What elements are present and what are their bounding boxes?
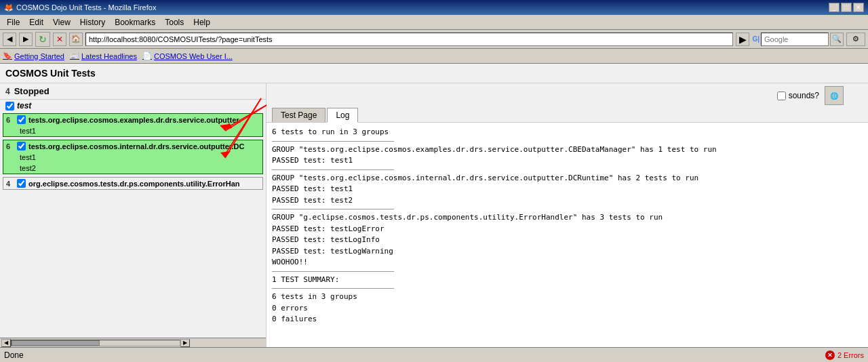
search-area: G| 🔍 <box>752 33 844 46</box>
group-3-name: org.eclipse.cosmos.tests.dr.ps.component… <box>28 180 240 188</box>
hscroll-left[interactable]: ◀ <box>1 339 11 347</box>
menu-edit[interactable]: Edit <box>25 16 47 28</box>
group-2-name: tests.org.eclipse.cosmos.internal.dr.drs… <box>28 142 245 150</box>
status-text: Stopped <box>14 86 50 96</box>
left-panel: 4 Stopped test 6 tests.org.eclipse.cosmo… <box>0 83 267 347</box>
log-line-8: PASSED test: testLogError <box>272 224 863 235</box>
error-text: 2 Errors <box>837 351 864 359</box>
page-area: COSMOS Unit Tests 4 Stopped test 6 tests… <box>0 64 868 347</box>
log-line-13: 1 TEST SUMMARY: <box>272 275 863 286</box>
test-group-2-item-2: test2 <box>3 163 262 174</box>
log-line-0: GROUP "tests.org.eclipse.cosmos.examples… <box>272 144 863 156</box>
main-content: 4 Stopped test 6 tests.org.eclipse.cosmo… <box>0 83 868 347</box>
menu-history[interactable]: History <box>76 16 109 28</box>
error-icon: ✕ <box>825 350 835 360</box>
statusbar: Done ✕ 2 Errors <box>0 347 868 362</box>
search-button[interactable]: 🔍 <box>830 33 844 46</box>
hscroll-container: ◀ ▶ <box>0 338 266 347</box>
sounds-label: sounds? <box>789 91 819 100</box>
hscroll-right[interactable]: ▶ <box>180 339 190 347</box>
page-header: COSMOS Unit Tests <box>0 64 868 83</box>
log-line-9: PASSED test: testLogInfo <box>272 235 863 246</box>
log-line-5: PASSED test: test2 <box>272 195 863 207</box>
minimize-button[interactable]: _ <box>829 3 840 12</box>
address-bar <box>85 33 733 46</box>
group-2-num: 6 <box>6 142 14 150</box>
log-line-15: 6 tests in 3 groups <box>272 291 863 303</box>
cosmos-icon: 🌐 <box>825 86 844 105</box>
test-group-3: 4 org.eclipse.cosmos.tests.dr.ps.compone… <box>3 177 263 190</box>
close-button[interactable]: ✕ <box>853 3 864 12</box>
menu-file[interactable]: File <box>3 16 24 28</box>
sounds-row: sounds? 🌐 <box>267 83 868 105</box>
log-content: 6 tests to run in 3 groups GROUP "tests.… <box>267 123 868 347</box>
right-panel: sounds? 🌐 Test Page Log 6 tests to run i… <box>267 83 868 347</box>
menu-view[interactable]: View <box>49 16 75 28</box>
bookmark-icon-1: 🔖 <box>3 52 12 60</box>
log-line-16: 0 errors <box>272 303 863 315</box>
go-button[interactable]: ▶ <box>736 33 749 46</box>
group-1-checkbox[interactable] <box>17 115 26 124</box>
group-3-num: 4 <box>6 180 14 188</box>
statusbar-text: Done <box>4 350 24 360</box>
tab-testpage[interactable]: Test Page <box>272 108 326 122</box>
search-logo: G| <box>752 35 760 43</box>
log-line-11: WOOHOO!! <box>272 257 863 268</box>
log-separator-2 <box>272 169 394 170</box>
log-line-10: PASSED test: testLogWarning <box>272 246 863 258</box>
group-3-checkbox[interactable] <box>17 179 26 188</box>
menu-help[interactable]: Help <box>189 16 214 28</box>
tab-log[interactable]: Log <box>327 108 358 123</box>
group-2-checkbox[interactable] <box>17 142 26 150</box>
group-1-name: tests.org.eclipse.cosmos.examples.dr.drs… <box>28 116 241 124</box>
stop-button[interactable]: ✕ <box>53 33 66 46</box>
forward-button[interactable]: ▶ <box>19 33 33 46</box>
status-row: 4 Stopped <box>0 83 266 100</box>
test-group-1-item-1: test1 <box>3 125 262 136</box>
tabs-row: Test Page Log <box>267 105 868 123</box>
test-checkbox[interactable] <box>5 102 14 110</box>
log-line-17: 0 failures <box>272 314 863 325</box>
log-separator-3 <box>272 209 394 209</box>
test-group-3-header: 4 org.eclipse.cosmos.tests.dr.ps.compone… <box>3 178 262 189</box>
window-titlebar: 🦊 COSMOS Dojo Unit Tests - Mozilla Firef… <box>0 0 868 15</box>
menubar: File Edit View History Bookmarks Tools H… <box>0 15 868 30</box>
window-controls[interactable]: _ □ ✕ <box>829 3 864 12</box>
test-group-1: 6 tests.org.eclipse.cosmos.examples.dr.d… <box>3 113 263 137</box>
bookmark-getting-started[interactable]: 🔖 Getting Started <box>3 52 64 60</box>
maximize-button[interactable]: □ <box>841 3 852 12</box>
firefox-icon: 🦊 <box>4 3 14 12</box>
test-group-2: 6 tests.org.eclipse.cosmos.internal.dr.d… <box>3 140 263 174</box>
titlebar-left: 🦊 COSMOS Dojo Unit Tests - Mozilla Firef… <box>4 3 156 12</box>
hscroll-track[interactable] <box>11 340 180 346</box>
bookmark-latest-headlines[interactable]: 📰 Latest Headlines <box>70 52 137 60</box>
test-group-2-header: 6 tests.org.eclipse.cosmos.internal.dr.d… <box>3 140 262 152</box>
hscroll-area[interactable]: ◀ ▶ <box>0 338 266 347</box>
search-input[interactable] <box>761 33 829 46</box>
bookmark-cosmos-web[interactable]: 📄 COSMOS Web User I... <box>142 52 233 60</box>
log-separator-1 <box>272 141 394 142</box>
log-line-4: PASSED test: test1 <box>272 184 863 195</box>
hscroll-thumb[interactable] <box>12 340 100 346</box>
window-title: COSMOS Dojo Unit Tests - Mozilla Firefox <box>16 3 156 12</box>
log-line-3: GROUP "tests.org.eclipse.cosmos.internal… <box>272 173 863 184</box>
test-label: test <box>17 101 31 110</box>
log-separator-4 <box>272 271 394 272</box>
sidebar-button[interactable]: ⚙ <box>846 33 865 46</box>
home-button[interactable]: 🏠 <box>69 33 83 46</box>
rss-icon: 📰 <box>70 52 79 60</box>
test-label-row: test <box>0 100 266 112</box>
navigation-toolbar: ◀ ▶ ↻ ✕ 🏠 ▶ G| 🔍 ⚙ <box>0 30 868 49</box>
refresh-button[interactable]: ↻ <box>35 32 50 47</box>
log-header: 6 tests to run in 3 groups <box>272 127 863 138</box>
address-input[interactable] <box>85 33 733 46</box>
menu-bookmarks[interactable]: Bookmarks <box>111 16 159 28</box>
log-separator-5 <box>272 288 394 289</box>
menu-tools[interactable]: Tools <box>161 16 188 28</box>
test-group-1-header: 6 tests.org.eclipse.cosmos.examples.dr.d… <box>3 114 262 125</box>
log-line-7: GROUP "g.eclipse.cosmos.tests.dr.ps.comp… <box>272 212 863 224</box>
sounds-checkbox[interactable] <box>777 92 786 100</box>
back-button[interactable]: ◀ <box>3 33 16 46</box>
error-badge[interactable]: ✕ 2 Errors <box>825 350 864 360</box>
bookmark-icon-3: 📄 <box>142 52 152 60</box>
